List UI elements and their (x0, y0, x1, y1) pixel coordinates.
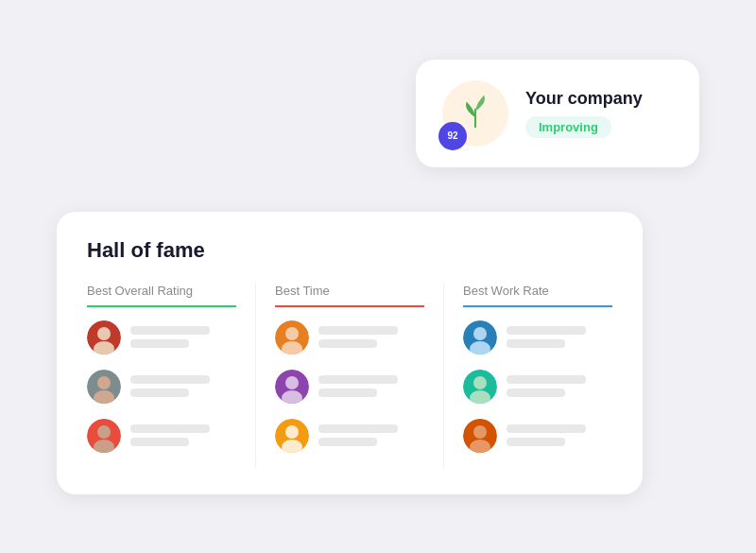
person-row (275, 370, 424, 404)
line-bottom (507, 389, 565, 397)
person-lines (318, 424, 424, 446)
svg-point-26 (473, 425, 487, 439)
line-top (130, 424, 210, 433)
person-row (463, 320, 612, 354)
line-bottom (130, 339, 189, 348)
avatar (463, 320, 497, 354)
plant-circle: 92 (442, 80, 508, 147)
avatar (275, 320, 309, 354)
line-bottom (318, 438, 377, 446)
svg-point-5 (97, 376, 111, 389)
svg-point-14 (285, 376, 299, 389)
person-row (463, 419, 612, 453)
hof-title: Hall of fame (87, 238, 612, 263)
line-top (130, 375, 210, 384)
svg-point-23 (473, 376, 487, 389)
col-overall-rating: Best Overall Rating (87, 284, 256, 468)
person-lines (507, 375, 612, 397)
person-row (87, 370, 236, 404)
svg-point-8 (97, 425, 111, 439)
line-bottom (130, 438, 189, 446)
line-bottom (130, 389, 189, 397)
line-bottom (507, 438, 565, 446)
columns: Best Overall Rating (87, 284, 612, 468)
col-work-rate: Best Work Rate (463, 284, 612, 468)
line-bottom (318, 339, 377, 348)
person-lines (318, 375, 424, 397)
line-top (318, 326, 398, 335)
col-header-time: Best Time (275, 284, 424, 307)
person-row (275, 419, 424, 453)
col-header-workrate: Best Work Rate (463, 284, 612, 307)
avatar (463, 370, 497, 404)
line-top (318, 375, 398, 384)
person-row (87, 320, 236, 354)
person-row (87, 419, 236, 453)
avatar (463, 419, 497, 453)
hof-card: Hall of fame Best Overall Rating (57, 212, 643, 494)
svg-point-20 (473, 327, 487, 340)
line-top (507, 424, 586, 433)
svg-point-2 (97, 327, 111, 340)
company-info: Your company Improving (525, 89, 643, 138)
avatar (87, 419, 121, 453)
col-header-overall: Best Overall Rating (87, 284, 236, 307)
score-badge: 92 (438, 122, 467, 150)
person-lines (130, 326, 236, 348)
avatar (275, 419, 309, 453)
person-lines (507, 326, 612, 348)
person-lines (130, 424, 236, 446)
avatar (87, 370, 121, 404)
scene: 92 Your company Improving Hall of fame B… (57, 60, 699, 494)
line-top (507, 326, 586, 335)
person-lines (318, 326, 424, 348)
avatar (87, 320, 121, 354)
company-name: Your company (525, 89, 643, 109)
avatar (275, 370, 309, 404)
person-lines (507, 424, 612, 446)
company-card: 92 Your company Improving (416, 60, 699, 167)
person-lines (130, 375, 236, 397)
line-bottom (507, 339, 565, 348)
line-top (507, 375, 586, 384)
line-top (130, 326, 210, 335)
person-row (463, 370, 612, 404)
person-row (275, 320, 424, 354)
line-bottom (318, 389, 377, 397)
svg-point-17 (285, 425, 299, 439)
col-best-time: Best Time (275, 284, 444, 468)
status-badge: Improving (525, 116, 611, 138)
line-top (318, 424, 398, 433)
svg-point-11 (285, 327, 299, 340)
